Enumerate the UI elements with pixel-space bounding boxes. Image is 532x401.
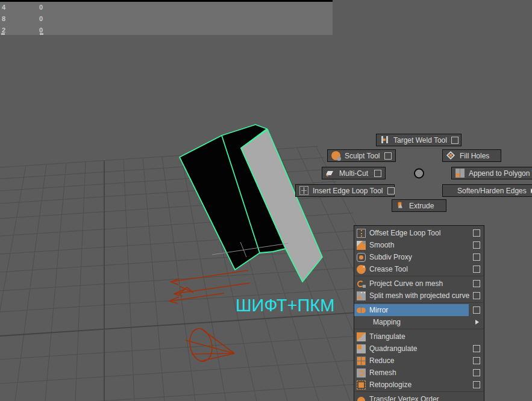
option-box[interactable] [387,187,395,194]
smooth-icon [357,241,366,250]
option-box[interactable] [473,266,480,273]
option-box[interactable] [384,152,392,160]
fill-holes-icon [446,151,455,160]
marking-menu-item-extrude[interactable]: Extrude [392,199,446,212]
hud-top-bar [0,0,333,2]
hud-value: 8 [2,16,5,22]
menu-item-mirror[interactable]: Mirror [354,304,484,316]
option-box[interactable] [473,280,480,287]
marking-menu-item-insert-edge-loop-tool[interactable]: Insert Edge Loop Tool [295,184,395,197]
mirror-icon [357,306,366,315]
marking-menu-item-soften-harden-edges[interactable]: Soften/Harden Edges [442,184,532,197]
button-label: Extrude [409,202,434,210]
insert-edge-loop-icon [299,186,308,195]
marking-menu-item-target-weld-tool[interactable]: Target Weld Tool [376,134,462,146]
option-box[interactable] [473,357,480,364]
hud-value: 0 [39,16,43,22]
hud-value: 4 [2,4,5,11]
button-label: Soften/Harden Edges [457,187,527,195]
menu-item-offset-edge-loop-tool[interactable]: Offset Edge Loop Tool [354,227,484,239]
menu-item-project-curve-on-mesh[interactable]: Project Curve on mesh [354,278,484,290]
option-box[interactable] [473,229,480,237]
submenu-arrow-icon [475,320,481,325]
transfer-vertex-order-icon [357,395,366,401]
offset-edge-loop-icon [357,229,366,238]
retopologize-icon [357,381,366,390]
remesh-icon [357,368,366,378]
menu-item-smooth[interactable]: Smooth [354,239,484,251]
marking-menu-item-sculpt-tool[interactable]: Sculpt Tool [327,149,396,162]
menu-item-split-mesh-with-projected-curve[interactable]: Split mesh with projected curve [354,290,484,302]
menu-item-retopologize[interactable]: Retopologize [354,379,484,391]
option-box[interactable] [374,170,381,177]
target-weld-icon [380,135,389,145]
maya-viewport-window: { "hud": { "rows": [ {"left": "4", "righ… [0,0,532,401]
quadrangulate-icon [357,344,366,353]
triangulate-icon [357,332,366,341]
menu-item-transfer-vertex-order[interactable]: Transfer Vertex Order [354,393,484,401]
hud-value: 0 [39,4,43,11]
project-curve-icon [357,279,366,288]
menu-item-reduce[interactable]: Reduce [354,355,484,367]
button-label: Fill Holes [460,152,489,160]
clipped-hud-row [1,33,5,35]
append-to-polygon-icon [455,169,465,178]
reduce-icon [357,356,366,365]
extrude-icon [396,201,405,210]
option-box[interactable] [473,381,480,388]
menu-item-quadrangulate[interactable]: Quadrangulate [354,343,484,355]
menu-item-triangulate[interactable]: Triangulate [354,331,484,343]
option-box[interactable] [473,306,480,314]
marking-menu-center[interactable] [415,169,424,178]
button-label: Multi-Cut [339,169,368,178]
menu-item-remesh[interactable]: Remesh [354,367,484,379]
option-box[interactable] [451,137,458,144]
curve-cone[interactable] [186,326,234,363]
option-box[interactable] [473,241,480,249]
menu-item-crease-tool[interactable]: Crease Tool [354,263,484,275]
shortcut-annotation: ШИФТ+ПКМ [236,296,334,316]
menu-item-mapping[interactable]: Mapping [354,316,484,328]
marking-menu-item-multi-cut[interactable]: Multi-Cut [322,167,386,179]
sculpt-icon [331,151,340,160]
multi-cut-icon [326,169,335,178]
polygon-context-menu: Offset Edge Loop Tool Smooth Subdiv Prox… [354,225,484,401]
button-label: Target Weld Tool [393,136,447,145]
subdiv-proxy-icon [357,253,366,262]
menu-item-subdiv-proxy[interactable]: Subdiv Proxy [354,251,484,263]
option-box[interactable] [473,369,480,376]
marking-menu-item-append-to-polygon[interactable]: Append to Polygon T [451,167,532,179]
option-box[interactable] [473,345,480,352]
split-mesh-icon [357,291,366,300]
option-box[interactable] [473,292,480,299]
button-label: Sculpt Tool [345,152,380,160]
button-label: Append to Polygon T [469,169,532,178]
option-box[interactable] [473,253,480,261]
heads-up-display: 4 0 8 0 2 0 [0,0,333,35]
button-label: Insert Edge Loop Tool [313,187,383,195]
selected-mesh[interactable] [180,125,322,282]
crease-tool-icon [357,265,366,274]
marking-menu-item-fill-holes[interactable]: Fill Holes [442,149,501,162]
clipped-hud-row [40,33,43,35]
